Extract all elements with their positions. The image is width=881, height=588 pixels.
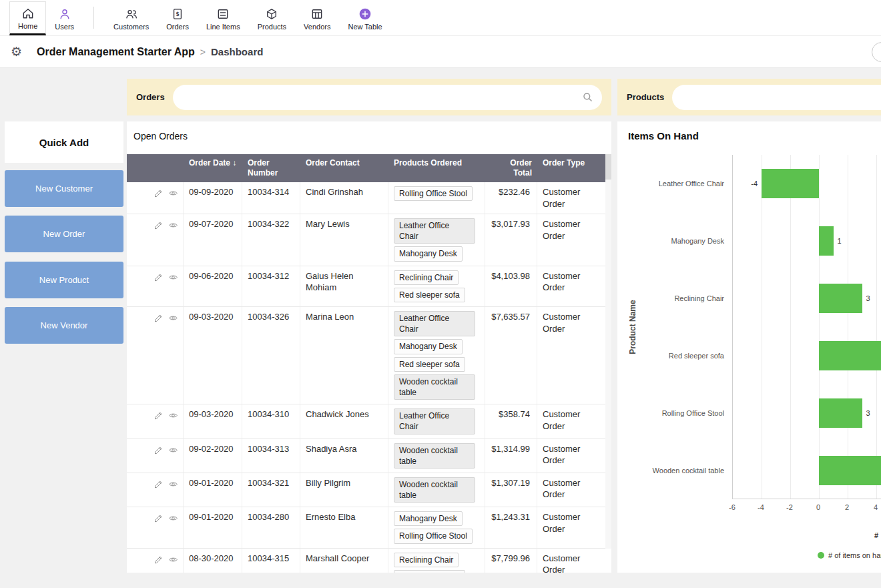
edit-pencil-icon[interactable] bbox=[154, 479, 164, 489]
new-customer-button[interactable]: New Customer bbox=[5, 170, 123, 207]
edit-pencil-icon[interactable] bbox=[154, 313, 164, 323]
chart-bar[interactable] bbox=[819, 284, 862, 313]
view-eye-icon[interactable] bbox=[168, 445, 178, 455]
table-row[interactable]: 09-02-202010034-313Shadiya AsraWooden co… bbox=[127, 439, 605, 473]
products-ordered-cell: Wooden cocktail table bbox=[388, 473, 485, 507]
gridline bbox=[819, 155, 820, 499]
order-number-cell: 10034-312 bbox=[242, 266, 300, 306]
bar-value-label: 3 bbox=[866, 384, 870, 442]
view-eye-icon[interactable] bbox=[168, 220, 178, 230]
table-row[interactable]: 09-01-202010034-280Ernesto ElbaMahogany … bbox=[127, 507, 605, 548]
order-number-cell: 10034-280 bbox=[242, 507, 300, 547]
x-tick-label: 2 bbox=[845, 503, 849, 511]
column-order-number[interactable]: Order Number bbox=[242, 154, 300, 182]
order-number-cell: 10034-315 bbox=[242, 549, 300, 573]
row-actions bbox=[127, 182, 184, 214]
tab-line-items[interactable]: Line Items bbox=[198, 1, 249, 35]
orders-table: Order Date ↓ Order Number Order Contact … bbox=[127, 154, 605, 573]
breadcrumb-current-page: Dashboard bbox=[211, 46, 263, 57]
table-row[interactable]: 08-30-202010034-315Marshall CooperReclin… bbox=[127, 549, 605, 573]
chart-bar[interactable] bbox=[819, 456, 881, 485]
tab-new-table[interactable]: New Table bbox=[339, 1, 390, 35]
edit-pencil-icon[interactable] bbox=[154, 513, 164, 523]
table-row[interactable]: 09-03-202010034-310Chadwick JonesLeather… bbox=[127, 404, 605, 438]
order-date-cell: 09-03-2020 bbox=[184, 404, 242, 438]
orders-search-panel: Orders bbox=[127, 79, 611, 115]
tab-label: Customers bbox=[113, 23, 149, 31]
column-order-type[interactable]: Order Type bbox=[537, 154, 605, 182]
chart-bar[interactable] bbox=[819, 341, 881, 370]
tab-label: Products bbox=[258, 23, 286, 31]
table-row[interactable]: 09-01-202010034-321Billy PilgrimWooden c… bbox=[127, 473, 605, 507]
products-ordered-cell: Reclining ChairRed sleeper sofa bbox=[388, 549, 485, 573]
edit-pencil-icon[interactable] bbox=[154, 272, 164, 282]
tab-products[interactable]: Products bbox=[249, 1, 295, 35]
product-chip: Mahogany Desk bbox=[394, 511, 463, 526]
table-row[interactable]: 09-06-202010034-312Gaius Helen MohiamRec… bbox=[127, 266, 605, 307]
view-eye-icon[interactable] bbox=[168, 555, 178, 565]
chart-plot: -413636 bbox=[732, 155, 881, 499]
products-ordered-cell: Leather Office ChairMahogany DeskRed sle… bbox=[388, 307, 485, 404]
view-eye-icon[interactable] bbox=[168, 410, 178, 420]
column-order-contact[interactable]: Order Contact bbox=[300, 154, 388, 182]
view-eye-icon[interactable] bbox=[168, 272, 178, 282]
view-eye-icon[interactable] bbox=[168, 479, 178, 489]
tab-home[interactable]: Home bbox=[9, 1, 46, 35]
product-chip: Reclining Chair bbox=[394, 553, 459, 567]
bar-value-label: -4 bbox=[751, 155, 758, 212]
edit-pencil-icon[interactable] bbox=[154, 445, 164, 455]
y-category-label: Mahogany Desk bbox=[617, 212, 724, 270]
gridline bbox=[876, 155, 877, 499]
orders-search-input[interactable] bbox=[173, 85, 602, 110]
product-chip: Reclining Chair bbox=[394, 270, 459, 285]
order-total-cell: $358.74 bbox=[485, 404, 537, 438]
quick-add-title: Quick Add bbox=[39, 137, 89, 148]
tab-vendors[interactable]: Vendors bbox=[295, 1, 339, 35]
tab-customers[interactable]: Customers bbox=[105, 1, 158, 35]
breadcrumb-separator: > bbox=[200, 47, 206, 57]
tab-label: New Table bbox=[348, 23, 382, 31]
edge-circle-button[interactable] bbox=[872, 42, 881, 62]
order-number-cell: 10034-313 bbox=[242, 439, 300, 473]
scrollbar-corner bbox=[605, 154, 611, 180]
view-eye-icon[interactable] bbox=[168, 313, 178, 323]
column-products-ordered[interactable]: Products Ordered bbox=[388, 154, 485, 182]
gear-icon[interactable]: ⚙ bbox=[11, 45, 22, 58]
order-total-cell: $1,243.31 bbox=[485, 507, 537, 547]
tab-label: Orders bbox=[166, 23, 189, 31]
new-vendor-button[interactable]: New Vendor bbox=[5, 307, 123, 344]
table-row[interactable]: 09-07-202010034-322Mary LewisLeather Off… bbox=[127, 214, 605, 266]
app-title[interactable]: Order Management Starter App bbox=[37, 46, 195, 58]
new-product-button[interactable]: New Product bbox=[5, 262, 123, 298]
chart-bar[interactable] bbox=[819, 398, 862, 428]
chart-bar[interactable] bbox=[819, 226, 834, 256]
column-order-date[interactable]: Order Date ↓ bbox=[184, 154, 242, 182]
edit-pencil-icon[interactable] bbox=[154, 188, 164, 198]
gridline bbox=[790, 155, 791, 499]
new-table-plus-icon bbox=[358, 7, 372, 21]
scrollbar-track[interactable] bbox=[605, 180, 611, 549]
column-order-total[interactable]: Order Total bbox=[485, 154, 537, 182]
new-order-button[interactable]: New Order bbox=[5, 216, 123, 252]
table-row[interactable]: 09-09-202010034-314Cindi GrinshahRolling… bbox=[127, 182, 605, 214]
tab-users[interactable]: Users bbox=[46, 1, 83, 35]
edit-pencil-icon[interactable] bbox=[154, 555, 164, 565]
y-category-label: Reclining Chair bbox=[617, 270, 724, 327]
users-icon bbox=[58, 7, 71, 21]
products-search-input[interactable] bbox=[672, 85, 881, 110]
edit-pencil-icon[interactable] bbox=[154, 410, 164, 420]
breadcrumb-bar: ⚙ Order Management Starter App > Dashboa… bbox=[0, 36, 881, 68]
tab-orders[interactable]: $ Orders bbox=[158, 1, 198, 35]
order-date-cell: 09-09-2020 bbox=[184, 182, 242, 214]
chart-bar[interactable] bbox=[762, 169, 819, 198]
orders-table-body: 09-09-202010034-314Cindi GrinshahRolling… bbox=[127, 182, 605, 573]
view-eye-icon[interactable] bbox=[168, 188, 178, 198]
edit-pencil-icon[interactable] bbox=[154, 220, 164, 230]
order-date-cell: 09-03-2020 bbox=[184, 307, 242, 404]
customers-icon bbox=[125, 7, 138, 21]
order-contact-cell: Mary Lewis bbox=[300, 214, 388, 266]
table-row[interactable]: 09-03-202010034-326Marina LeonLeather Of… bbox=[127, 307, 605, 404]
order-number-cell: 10034-314 bbox=[242, 182, 300, 214]
y-category-label: Wooden cocktail table bbox=[617, 442, 724, 499]
view-eye-icon[interactable] bbox=[168, 513, 178, 523]
